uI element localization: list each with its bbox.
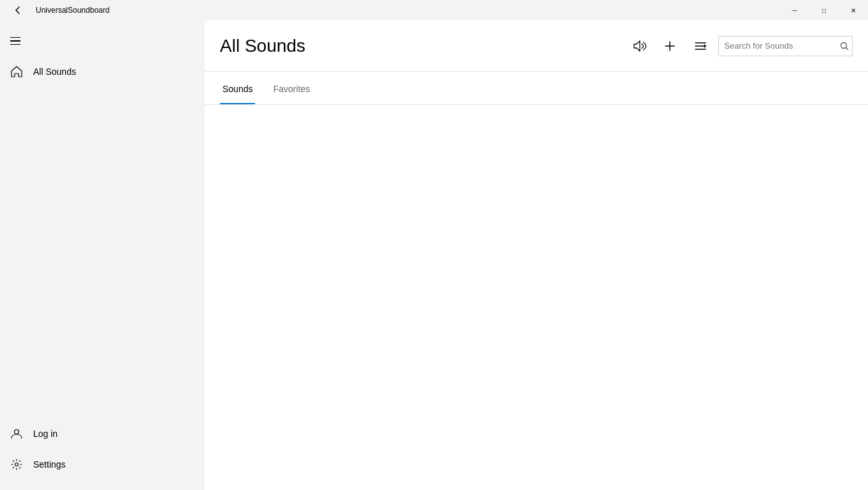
sidebar-bottom: Log in Settings: [0, 418, 205, 490]
close-button[interactable]: ✕: [839, 0, 868, 20]
sidebar-item-settings[interactable]: Settings: [0, 449, 205, 480]
svg-point-1: [15, 463, 19, 466]
sidebar-item-all-sounds[interactable]: All Sounds: [0, 56, 205, 87]
title-bar-left: UniversalSoundboard: [5, 0, 109, 20]
plus-icon: [663, 40, 676, 52]
search-button[interactable]: [837, 36, 852, 56]
window-controls: ─ □ ✕: [780, 0, 868, 20]
sidebar-item-login[interactable]: Log in: [0, 418, 205, 449]
gear-icon: [10, 459, 23, 470]
main-content: All Sounds: [205, 20, 868, 490]
app-title: UniversalSoundboard: [36, 6, 109, 15]
tabs-area: Sounds Favorites: [205, 72, 868, 105]
content-header: All Sounds: [205, 20, 868, 72]
person-icon: [10, 428, 23, 439]
content-area: [205, 105, 868, 490]
svg-point-0: [15, 430, 19, 434]
search-input[interactable]: [719, 41, 837, 51]
sidebar-top: All Sounds: [0, 20, 205, 92]
add-button[interactable]: [657, 33, 683, 59]
volume-icon: [632, 39, 646, 53]
tab-favorites[interactable]: Favorites: [270, 74, 313, 104]
back-icon: [14, 6, 22, 14]
list-icon: [694, 40, 707, 52]
search-box: [718, 36, 853, 56]
hamburger-icon: [10, 37, 20, 45]
sidebar-item-label-all-sounds: All Sounds: [33, 67, 76, 77]
maximize-button[interactable]: □: [809, 0, 839, 20]
sidebar-item-label-login: Log in: [33, 429, 58, 439]
page-title: All Sounds: [220, 36, 306, 56]
sidebar-item-label-settings: Settings: [33, 459, 66, 470]
minimize-button[interactable]: ─: [780, 0, 809, 20]
app-layout: All Sounds Log in: [0, 20, 868, 490]
header-actions: [626, 33, 853, 59]
hamburger-button[interactable]: [0, 28, 31, 54]
back-button[interactable]: [5, 0, 31, 20]
tab-sounds[interactable]: Sounds: [220, 74, 255, 104]
sidebar: All Sounds Log in: [0, 20, 205, 490]
list-view-button[interactable]: [688, 33, 713, 59]
title-bar: UniversalSoundboard ─ □ ✕: [0, 0, 868, 20]
volume-button[interactable]: [626, 33, 652, 59]
search-icon: [840, 42, 849, 51]
home-icon: [10, 66, 23, 77]
